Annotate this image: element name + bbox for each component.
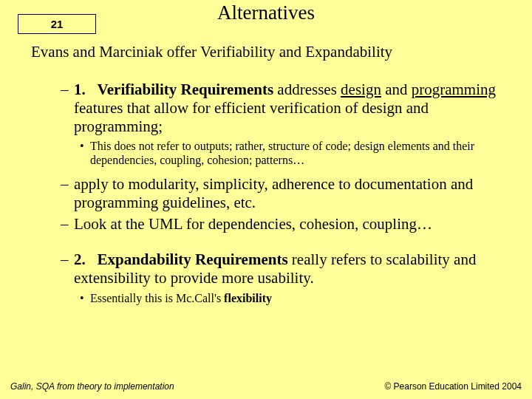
content-area: Evans and Marciniak offer Verifiability … <box>31 43 510 313</box>
item2-sub: Essentially this is Mc.Call's flexibilit… <box>80 292 510 306</box>
slide-title: Alternatives <box>0 1 532 24</box>
item1-head: Verifiability Requirements <box>98 81 274 98</box>
main-list-2: 2. Expandability Requirements really ref… <box>61 250 510 287</box>
item1-u1: design <box>341 81 381 98</box>
main-list: 1. Verifiability Requirements addresses … <box>61 81 510 135</box>
item1-sublist: This does not refer to outputs; rather, … <box>80 140 510 168</box>
item1-u2: programming <box>412 81 496 98</box>
item2-sublist: Essentially this is Mc.Call's flexibilit… <box>80 292 510 306</box>
item2-head: Expandability Requirements <box>98 250 288 268</box>
item-expandability: 2. Expandability Requirements really ref… <box>61 250 510 287</box>
item2-sub-pre: Essentially this is Mc.Call's <box>90 292 224 304</box>
item1-tail: features that allow for efficient verifi… <box>74 99 429 135</box>
item1-mid1: addresses <box>273 81 341 98</box>
item1-sub: This does not refer to outputs; rather, … <box>80 140 510 168</box>
main-list-cont: apply to modularity, simplicity, adheren… <box>61 175 510 233</box>
lead-text: Evans and Marciniak offer Verifiability … <box>31 43 510 61</box>
item2-sub-b: flexibility <box>224 292 272 304</box>
item-uml: Look at the UML for dependencies, cohesi… <box>61 215 510 233</box>
footer-right: © Pearson Education Limited 2004 <box>384 381 522 392</box>
item-apply: apply to modularity, simplicity, adheren… <box>61 175 510 212</box>
item-verifiability: 1. Verifiability Requirements addresses … <box>61 81 510 135</box>
item1-num: 1. <box>74 81 86 98</box>
item2-num: 2. <box>74 250 86 268</box>
footer-left: Galin, SQA from theory to implementation <box>10 381 174 392</box>
item1-mid2: and <box>381 81 412 98</box>
